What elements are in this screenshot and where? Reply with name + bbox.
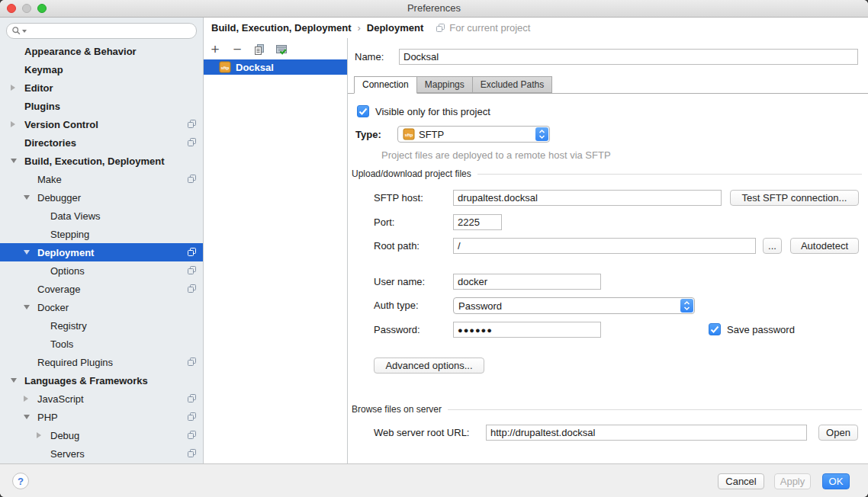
sidebar-item-label: Debugger bbox=[37, 192, 81, 204]
root-path-input[interactable] bbox=[453, 238, 756, 254]
sidebar-item[interactable]: Editor bbox=[0, 79, 203, 97]
autodetect-button[interactable]: Autodetect bbox=[790, 238, 859, 254]
sidebar-item-label: Debug bbox=[50, 430, 79, 441]
sidebar-item[interactable]: Directories bbox=[0, 133, 203, 152]
sidebar-item[interactable]: Keymap bbox=[0, 60, 203, 79]
browse-section-title: Browse files on server bbox=[352, 404, 442, 415]
web-root-input[interactable] bbox=[486, 425, 807, 441]
type-hint: Project files are deployed to a remote h… bbox=[381, 149, 611, 161]
sidebar-item[interactable]: Stepping bbox=[0, 225, 203, 243]
sidebar-item[interactable]: Registry bbox=[0, 316, 203, 335]
expand-arrow-icon[interactable] bbox=[37, 432, 50, 438]
test-sftp-connection-button[interactable]: Test SFTP connection... bbox=[730, 190, 859, 206]
remove-server-button[interactable]: − bbox=[230, 43, 244, 56]
svg-text:sftp: sftp bbox=[405, 133, 413, 137]
sidebar-item[interactable]: Options bbox=[0, 261, 203, 280]
sftp-host-label: SFTP host: bbox=[374, 190, 423, 206]
dialog-footer: ? Cancel Apply OK bbox=[0, 463, 868, 497]
sidebar-item[interactable]: Docker bbox=[0, 298, 203, 316]
name-input[interactable] bbox=[399, 49, 858, 65]
expand-arrow-icon[interactable] bbox=[24, 415, 37, 419]
copy-server-button[interactable] bbox=[252, 43, 266, 56]
breadcrumb-page: Deployment bbox=[367, 22, 423, 34]
sidebar-item[interactable]: Data Views bbox=[0, 207, 203, 225]
settings-search-field[interactable] bbox=[6, 23, 197, 39]
tab-label: Mappings bbox=[425, 79, 465, 90]
check-icon bbox=[358, 107, 368, 116]
type-dropdown[interactable]: sftp SFTP bbox=[397, 126, 550, 143]
per-project-icon bbox=[187, 448, 197, 460]
sidebar-item[interactable]: Tools bbox=[0, 335, 203, 353]
use-as-default-button[interactable] bbox=[275, 43, 288, 56]
sidebar-item[interactable]: Debugger bbox=[0, 188, 203, 207]
visible-only-label: Visible only for this project bbox=[375, 106, 490, 117]
visible-only-checkbox[interactable] bbox=[357, 105, 369, 117]
sidebar-item[interactable]: Debug bbox=[0, 426, 203, 444]
server-list-item[interactable]: sftp Docksal bbox=[204, 59, 347, 75]
server-name: Docksal bbox=[236, 62, 274, 73]
sidebar-item[interactable]: Servers bbox=[0, 444, 203, 463]
sidebar-item[interactable]: Plugins bbox=[0, 97, 203, 115]
check-icon bbox=[710, 325, 719, 334]
tab-label: Connection bbox=[362, 79, 409, 90]
per-project-icon bbox=[187, 247, 197, 259]
sidebar-item-label: Build, Execution, Deployment bbox=[24, 156, 164, 167]
search-options-caret-icon[interactable] bbox=[22, 30, 27, 33]
expand-arrow-icon[interactable] bbox=[11, 378, 24, 383]
sidebar-item-label: Stepping bbox=[50, 229, 89, 240]
port-label: Port: bbox=[374, 214, 394, 230]
expand-arrow-icon[interactable] bbox=[11, 121, 24, 127]
ok-button[interactable]: OK bbox=[822, 473, 850, 489]
apply-button[interactable]: Apply bbox=[774, 473, 811, 489]
auth-type-dropdown[interactable]: Password bbox=[453, 297, 695, 314]
dropdown-stepper-icon[interactable] bbox=[680, 299, 693, 313]
sidebar-item[interactable]: Languages & Frameworks bbox=[0, 371, 203, 390]
cancel-button[interactable]: Cancel bbox=[718, 473, 764, 489]
help-button[interactable]: ? bbox=[12, 473, 29, 489]
root-path-label: Root path: bbox=[374, 238, 420, 254]
expand-arrow-icon[interactable] bbox=[24, 305, 37, 309]
per-project-icon bbox=[436, 23, 445, 33]
sidebar-item[interactable]: Version Control bbox=[0, 115, 203, 133]
browse-root-path-button[interactable]: ... bbox=[763, 238, 782, 254]
per-project-icon bbox=[187, 357, 197, 369]
per-project-icon bbox=[187, 265, 197, 277]
tab[interactable]: Mappings bbox=[416, 76, 473, 93]
auth-type-label: Auth type: bbox=[374, 297, 419, 313]
sidebar-item[interactable]: Required Plugins bbox=[0, 353, 203, 371]
breadcrumb: Build, Execution, Deployment › Deploymen… bbox=[211, 18, 530, 38]
section-divider bbox=[477, 174, 862, 175]
sftp-host-input[interactable] bbox=[453, 190, 722, 206]
titlebar: Preferences bbox=[0, 0, 868, 18]
open-url-button[interactable]: Open bbox=[818, 425, 858, 441]
expand-arrow-icon[interactable] bbox=[24, 250, 37, 255]
add-server-button[interactable]: + bbox=[208, 43, 222, 56]
breadcrumb-section[interactable]: Build, Execution, Deployment bbox=[211, 22, 351, 34]
sidebar-item[interactable]: Coverage bbox=[0, 280, 203, 298]
password-input[interactable] bbox=[453, 322, 601, 338]
dropdown-stepper-icon[interactable] bbox=[535, 127, 548, 141]
per-project-icon bbox=[187, 137, 197, 149]
sidebar-item[interactable]: Make bbox=[0, 170, 203, 188]
port-input[interactable] bbox=[453, 214, 502, 230]
tab[interactable]: Excluded Paths bbox=[472, 76, 552, 93]
expand-arrow-icon[interactable] bbox=[24, 396, 37, 402]
window-title: Preferences bbox=[0, 0, 868, 17]
sidebar-item[interactable]: Deployment bbox=[0, 243, 203, 261]
expand-arrow-icon[interactable] bbox=[24, 195, 37, 200]
sidebar-item[interactable]: Build, Execution, Deployment bbox=[0, 152, 203, 170]
sidebar-item[interactable]: Appearance & Behavior bbox=[0, 42, 203, 60]
save-password-checkbox[interactable] bbox=[709, 323, 721, 335]
advanced-options-button[interactable]: Advanced options... bbox=[374, 358, 484, 374]
sidebar-item-label: Editor bbox=[24, 82, 53, 94]
sidebar-item[interactable]: JavaScript bbox=[0, 390, 203, 408]
scope-label: For current project bbox=[449, 22, 530, 34]
expand-arrow-icon[interactable] bbox=[11, 85, 24, 91]
sidebar-item[interactable]: PHP bbox=[0, 408, 203, 426]
expand-arrow-icon[interactable] bbox=[11, 159, 24, 163]
tab[interactable]: Connection bbox=[354, 76, 417, 94]
upload-section-header: Upload/download project files bbox=[352, 168, 862, 179]
search-input[interactable] bbox=[30, 24, 196, 37]
tab-label: Excluded Paths bbox=[481, 79, 544, 90]
user-name-input[interactable] bbox=[453, 274, 601, 290]
